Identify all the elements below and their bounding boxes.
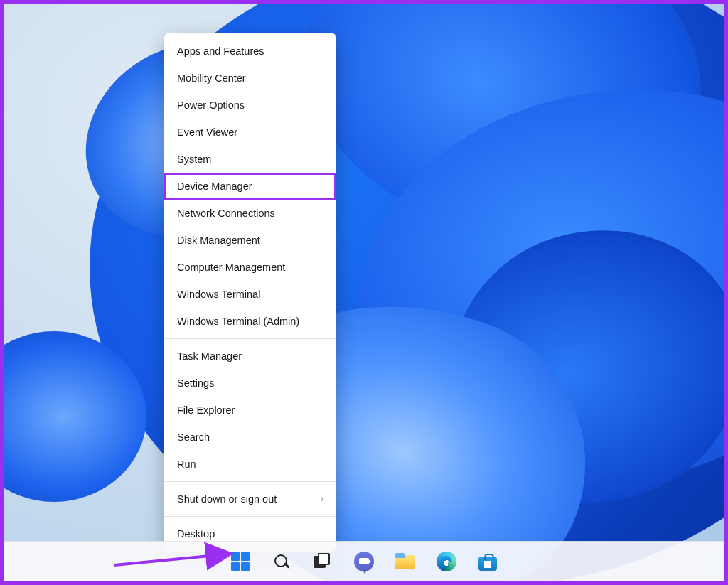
store-button[interactable] <box>473 547 503 576</box>
chevron-right-icon: › <box>321 494 323 504</box>
menu-item-settings[interactable]: Settings <box>164 370 336 397</box>
menu-item-label: Settings <box>177 377 214 389</box>
menu-item-run[interactable]: Run <box>164 451 336 478</box>
menu-item-label: Device Manager <box>177 181 252 192</box>
menu-item-label: Network Connections <box>177 208 275 219</box>
search-icon <box>273 553 290 570</box>
edge-icon <box>437 552 456 571</box>
winx-context-menu: Apps and FeaturesMobility CenterPower Op… <box>164 33 336 552</box>
folder-icon <box>395 553 415 570</box>
menu-item-label: File Explorer <box>177 404 235 416</box>
screenshot-frame: Apps and FeaturesMobility CenterPower Op… <box>0 0 728 585</box>
menu-item-disk-management[interactable]: Disk Management <box>164 227 336 254</box>
search-button[interactable] <box>267 547 296 576</box>
menu-item-label: Apps and Features <box>177 45 264 57</box>
menu-item-shut-down-or-sign-out[interactable]: Shut down or sign out› <box>164 485 336 512</box>
menu-separator <box>164 516 336 517</box>
menu-separator <box>164 481 336 482</box>
menu-item-label: Task Manager <box>177 350 242 362</box>
menu-item-label: Shut down or sign out <box>177 493 277 505</box>
menu-item-label: Power Options <box>177 100 245 111</box>
store-icon <box>478 552 497 571</box>
menu-item-device-manager[interactable]: Device Manager <box>164 173 336 200</box>
desktop-wallpaper[interactable] <box>4 4 724 581</box>
menu-item-label: Windows Terminal (Admin) <box>177 316 299 327</box>
chat-button[interactable] <box>349 547 379 576</box>
menu-item-label: System <box>177 154 211 165</box>
menu-item-network-connections[interactable]: Network Connections <box>164 200 336 227</box>
task-view-button[interactable] <box>308 547 338 576</box>
file-explorer-button[interactable] <box>390 547 420 576</box>
taskbar <box>4 541 724 581</box>
menu-item-windows-terminal-admin[interactable]: Windows Terminal (Admin) <box>164 308 336 335</box>
chat-icon <box>354 552 374 571</box>
menu-item-label: Computer Management <box>177 262 285 273</box>
menu-item-system[interactable]: System <box>164 146 336 173</box>
menu-item-apps-and-features[interactable]: Apps and Features <box>164 38 336 65</box>
menu-item-power-options[interactable]: Power Options <box>164 92 336 119</box>
menu-item-label: Mobility Center <box>177 73 246 84</box>
menu-item-label: Event Viewer <box>177 127 237 138</box>
menu-item-label: Search <box>177 431 210 443</box>
menu-item-file-explorer[interactable]: File Explorer <box>164 397 336 424</box>
menu-item-windows-terminal[interactable]: Windows Terminal <box>164 281 336 308</box>
menu-item-label: Windows Terminal <box>177 289 260 300</box>
menu-item-task-manager[interactable]: Task Manager <box>164 343 336 370</box>
menu-separator <box>164 338 336 339</box>
menu-item-search[interactable]: Search <box>164 424 336 451</box>
menu-item-label: Run <box>177 458 196 470</box>
menu-item-event-viewer[interactable]: Event Viewer <box>164 119 336 146</box>
edge-button[interactable] <box>432 547 461 576</box>
menu-item-computer-management[interactable]: Computer Management <box>164 254 336 281</box>
menu-item-label: Desktop <box>177 528 215 540</box>
task-view-icon <box>314 553 332 570</box>
menu-item-label: Disk Management <box>177 235 260 246</box>
windows-logo-icon <box>231 552 250 571</box>
menu-item-mobility-center[interactable]: Mobility Center <box>164 65 336 92</box>
start-button[interactable] <box>225 547 255 576</box>
